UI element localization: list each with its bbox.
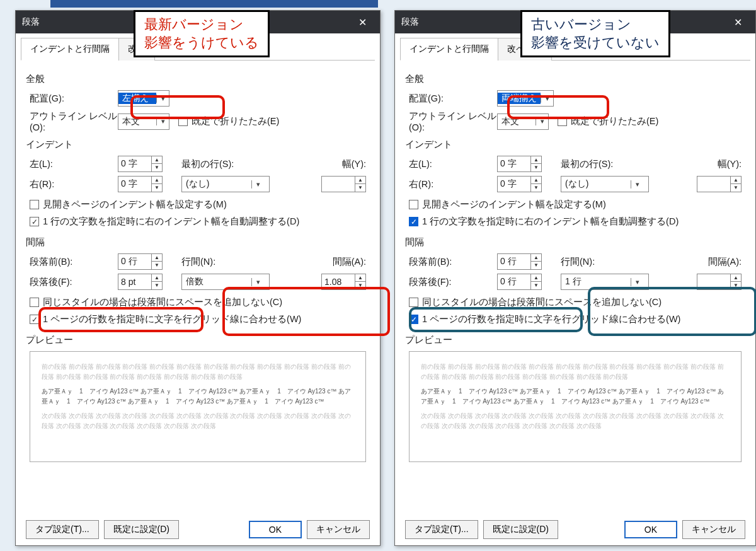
preview-pane: 前の段落 前の段落 前の段落 前の段落 前の段落 前の段落 前の段落 前の段落 … [409,351,742,462]
preview-pane: 前の段落 前の段落 前の段落 前の段落 前の段落 前の段落 前の段落 前の段落 … [30,351,366,462]
collapse-checkbox: 既定で折りたたみ(E) [178,115,279,127]
firstline-combo[interactable]: (なし)▾ [561,176,649,192]
tabs-button[interactable]: タブ設定(T)... [26,520,99,539]
label-before: 段落前(B): [409,256,497,268]
snap-grid-checkbox[interactable]: ✓1 ページの行数を指定時に文字を行グリッド線に合わせる(W) [30,313,301,325]
left-indent-spin[interactable]: 0 字▲▼ [497,156,542,172]
after-spin[interactable]: 0 行▲▼ [497,274,542,290]
label-outline: アウトライン レベル(O): [30,110,118,132]
width-spin[interactable]: ▲▼ [321,176,366,192]
section-spacing: 間隔 [26,236,366,248]
collapse-checkbox: 既定で折りたたみ(E) [558,115,658,127]
close-icon[interactable]: ✕ [726,16,749,28]
label-alignment: 配置(G): [409,93,497,105]
cancel-button[interactable]: キャンセル [682,520,745,539]
paragraph-dialog-left: 段落 ✕ インデントと行間隔 改ぺ 全般 配置(G): 左揃え▾ アウトライン … [15,10,381,546]
width-spin[interactable]: ▲▼ [697,176,742,192]
outline-combo[interactable]: 本文▾ [497,113,549,130]
version-annotation-right: 古いバージョン影響を受けていない [520,10,670,57]
section-preview: プレビュー [26,334,366,346]
dialog-title: 段落 [22,16,40,28]
outline-combo[interactable]: 本文▾ [118,113,169,130]
chevron-down-icon[interactable]: ▾ [156,95,169,103]
label-alignment: 配置(G): [30,93,118,105]
set-default-button[interactable]: 既定に設定(D) [104,520,179,539]
cancel-button[interactable]: キャンセル [307,520,370,539]
nospace-checkbox[interactable]: 同じスタイルの場合は段落間にスペースを追加しない(C) [30,296,282,308]
snap-grid-checkbox[interactable]: ✓1 ページの行数を指定時に文字を行グリッド線に合わせる(W) [409,313,680,325]
chevron-down-icon[interactable]: ▾ [541,95,553,103]
label-right-indent: 右(R): [30,178,118,190]
label-left-indent: 左(L): [409,158,497,170]
section-preview: プレビュー [405,334,742,346]
tab-indent-spacing[interactable]: インデントと行間隔 [21,38,119,61]
label-interval: 間隔(A): [333,256,366,268]
interval-spin[interactable]: ▲▼ [697,274,742,290]
paragraph-dialog-right: 段落 ✕ インデントと行間隔 改ペーシ 全般 配置(G): 両端揃え▾ アウトラ… [394,10,756,546]
ok-button[interactable]: OK [624,521,677,538]
label-after: 段落後(F): [409,276,497,288]
auto-adjust-checkbox[interactable]: ✓1 行の文字数を指定時に右のインデント幅を自動調整する(D) [409,216,679,228]
right-indent-spin[interactable]: 0 字▲▼ [497,176,542,192]
version-annotation-left: 最新バージョン影響をうけている [134,10,270,57]
label-right-indent: 右(R): [409,178,497,190]
linespace-combo[interactable]: 1 行▾ [561,274,649,290]
label-left-indent: 左(L): [30,158,118,170]
label-linespace: 行間(N): [181,256,251,268]
section-general: 全般 [26,73,366,85]
interval-spin[interactable]: 1.08▲▼ [321,274,366,290]
tabs-button[interactable]: タブ設定(T)... [405,520,478,539]
firstline-combo[interactable]: (なし)▾ [181,176,270,192]
section-general: 全般 [405,73,742,85]
mirror-indent-checkbox[interactable]: 見開きページのインデント幅を設定する(M) [30,199,227,211]
label-linespace: 行間(N): [561,256,630,268]
chevron-down-icon[interactable]: ▾ [156,117,169,125]
auto-adjust-checkbox[interactable]: ✓1 行の文字数を指定時に右のインデント幅を自動調整する(D) [30,216,299,228]
after-spin[interactable]: 8 pt▲▼ [118,274,163,290]
tab-indent-spacing[interactable]: インデントと行間隔 [400,38,498,61]
label-firstline: 最初の行(S): [561,158,630,170]
left-indent-spin[interactable]: 0 字▲▼ [118,156,163,172]
section-spacing: 間隔 [405,236,742,248]
before-spin[interactable]: 0 行▲▼ [118,253,163,270]
nospace-checkbox[interactable]: 同じスタイルの場合は段落間にスペースを追加しない(C) [409,296,662,308]
close-icon[interactable]: ✕ [351,16,374,28]
linespace-combo[interactable]: 倍数▾ [181,274,270,290]
mirror-indent-checkbox[interactable]: 見開きページのインデント幅を設定する(M) [409,199,606,211]
alignment-combo[interactable]: 両端揃え▾ [497,90,554,107]
alignment-combo[interactable]: 左揃え▾ [118,90,169,107]
label-after: 段落後(F): [30,276,118,288]
dialog-title: 段落 [401,16,419,28]
set-default-button[interactable]: 既定に設定(D) [483,520,558,539]
section-indent: インデント [405,139,742,151]
ok-button[interactable]: OK [249,521,302,538]
before-spin[interactable]: 0 行▲▼ [497,253,542,270]
right-indent-spin[interactable]: 0 字▲▼ [118,176,163,192]
label-outline: アウトライン レベル(O): [409,110,497,132]
label-before: 段落前(B): [30,256,118,268]
label-firstline: 最初の行(S): [181,158,251,170]
label-interval: 間隔(A): [708,256,742,268]
chevron-down-icon[interactable]: ▾ [536,117,548,125]
label-width: 幅(Y): [342,158,366,170]
section-indent: インデント [26,139,366,151]
label-width: 幅(Y): [718,158,742,170]
